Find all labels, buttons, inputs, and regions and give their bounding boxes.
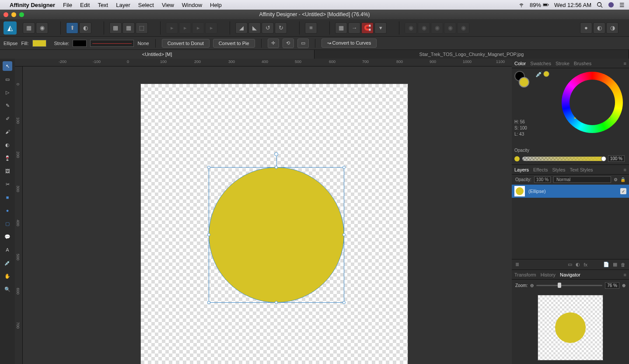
color-wheel[interactable] (562, 72, 623, 133)
mask-icon[interactable]: ▭ (568, 262, 572, 267)
select-same-button[interactable]: ▦ (122, 22, 135, 34)
boolean-subtract-button[interactable]: ◉ (418, 22, 430, 34)
stroke-style-preview[interactable] (90, 40, 134, 47)
view-mode-button[interactable]: ⬆ (66, 22, 78, 34)
snapping-button[interactable]: 🧲 (361, 22, 374, 34)
zoom-slider[interactable] (536, 285, 602, 286)
pan-tool[interactable]: ✋ (3, 271, 12, 281)
menu-text[interactable]: Text (98, 2, 108, 8)
move-back-button[interactable]: ▸ (166, 22, 178, 34)
artboard-tool[interactable]: ▭ (3, 74, 12, 84)
ellipse-tool[interactable]: ● (3, 206, 12, 215)
tab-history[interactable]: History (541, 272, 556, 277)
menu-window[interactable]: Window (182, 2, 202, 8)
app-logo-icon[interactable]: ◭ (3, 21, 17, 35)
tab-layers[interactable]: Layers (514, 167, 529, 172)
move-front-button[interactable]: ▸ (205, 22, 217, 34)
move-forward-button[interactable]: ▸ (192, 22, 204, 34)
layers-stack-icon[interactable]: ≣ (515, 262, 519, 267)
wifi-icon[interactable] (518, 2, 524, 8)
zoom-in-button[interactable]: ⊕ (622, 283, 626, 288)
menu-edit[interactable]: Edit (80, 2, 90, 8)
fill-swatch[interactable] (32, 40, 46, 47)
snap-guides-button[interactable]: → (348, 22, 360, 34)
callout-tool[interactable]: 💬 (3, 232, 12, 242)
rotation-handle[interactable] (274, 152, 278, 156)
rotate-ccw-button[interactable]: ↺ (262, 22, 274, 34)
cycle-selection-button[interactable]: ⟲ (283, 38, 294, 48)
layer-row-ellipse[interactable]: (Ellipse) ✓ (512, 185, 629, 198)
document-tab-untitled[interactable]: <Untitled> [M] (0, 50, 314, 59)
navigator-preview[interactable] (538, 295, 603, 360)
resize-handle-tl[interactable] (207, 166, 210, 169)
horizontal-ruler[interactable]: -200 -100 0 100 200 300 400 500 600 700 … (15, 59, 512, 66)
menu-file[interactable]: File (63, 2, 72, 8)
menu-extras-icon[interactable]: ☰ (619, 2, 625, 8)
add-layer-icon[interactable]: 📄 (603, 262, 609, 267)
pencil-tool[interactable]: ✐ (3, 114, 12, 123)
place-image-tool[interactable]: 🖼 (3, 166, 12, 176)
fx-icon[interactable]: fx (584, 262, 587, 267)
rounded-rect-tool[interactable]: ▢ (3, 219, 12, 228)
transparency-tool[interactable]: 🍷 (3, 153, 12, 163)
node-tool[interactable]: ▷ (3, 88, 12, 97)
fill-tool[interactable]: ◐ (3, 140, 12, 150)
eyedropper-icon[interactable]: 💉 (535, 71, 542, 77)
select-all-button[interactable]: ▩ (109, 22, 122, 34)
layer-opacity-value[interactable]: 100 % (534, 176, 551, 183)
brush-tool[interactable]: 🖌 (3, 127, 12, 136)
persona-designer-button[interactable]: ▦ (23, 22, 35, 34)
color-triangle[interactable] (574, 86, 611, 119)
tab-color[interactable]: Color (514, 61, 526, 66)
panel-menu-icon[interactable]: ≡ (624, 272, 626, 277)
resize-handle-bl[interactable] (207, 301, 210, 304)
vertical-ruler[interactable]: 0 100 200 300 400 500 600 700 (15, 66, 23, 364)
show-rotation-button[interactable]: ▭ (297, 38, 309, 48)
resize-handle-tm[interactable] (275, 166, 278, 169)
menu-select[interactable]: Select (138, 2, 154, 8)
panel-menu-icon[interactable]: ≡ (624, 61, 626, 66)
adjustment-icon[interactable]: ◐ (576, 262, 580, 267)
zoom-out-button[interactable]: ⊖ (530, 283, 534, 288)
spotlight-icon[interactable] (597, 2, 603, 8)
tab-stroke[interactable]: Stroke (556, 61, 570, 66)
app-name[interactable]: Affinity Designer (10, 2, 55, 8)
opacity-slider[interactable] (522, 157, 605, 161)
move-tool[interactable]: ↖ (3, 61, 12, 71)
eyedropper-swatch[interactable] (543, 71, 549, 77)
gear-icon[interactable]: ⚙ (614, 177, 618, 182)
boolean-add-button[interactable]: ◉ (405, 22, 417, 34)
convert-to-pie-button[interactable]: Convert to Pie (213, 39, 255, 48)
boolean-intersect-button[interactable]: ◉ (431, 22, 443, 34)
color-picker-tool[interactable]: 💉 (3, 258, 12, 268)
layers-empty-area[interactable] (512, 198, 629, 259)
insert-inside-button[interactable]: ◑ (606, 22, 619, 34)
fill-color-well[interactable] (519, 77, 529, 88)
stroke-width-value[interactable]: None (137, 41, 149, 46)
resize-handle-br[interactable] (342, 301, 346, 304)
menu-help[interactable]: Help (210, 2, 222, 8)
preview-mode-button[interactable]: ◐ (79, 22, 91, 34)
tab-brushes[interactable]: Brushes (574, 61, 591, 66)
tab-text-styles[interactable]: Text Styles (570, 167, 593, 172)
opacity-thumb[interactable] (601, 156, 606, 161)
lock-icon[interactable]: 🔒 (620, 177, 626, 182)
zoom-tool[interactable]: 🔍 (3, 284, 12, 294)
selection-box[interactable] (209, 167, 344, 303)
text-tool[interactable]: A (3, 245, 12, 255)
zoom-value[interactable]: 76 % (605, 282, 619, 289)
tab-navigator[interactable]: Navigator (560, 272, 580, 277)
convert-to-donut-button[interactable]: Convert to Donut (162, 39, 210, 48)
tab-transform[interactable]: Transform (514, 272, 536, 277)
rotate-cw-button[interactable]: ↻ (275, 22, 287, 34)
resize-handle-bm[interactable] (275, 301, 278, 304)
align-button[interactable]: ≡ (305, 22, 317, 34)
snap-grid-button[interactable]: ▦ (335, 22, 347, 34)
insert-target-button[interactable]: ● (580, 22, 592, 34)
move-backward-button[interactable]: ▸ (179, 22, 191, 34)
siri-icon[interactable] (608, 2, 614, 8)
pen-tool[interactable]: ✎ (3, 101, 12, 110)
resize-handle-rm[interactable] (342, 233, 346, 236)
menu-view[interactable]: View (162, 2, 174, 8)
clock[interactable]: Wed 12:56 AM (554, 2, 591, 8)
